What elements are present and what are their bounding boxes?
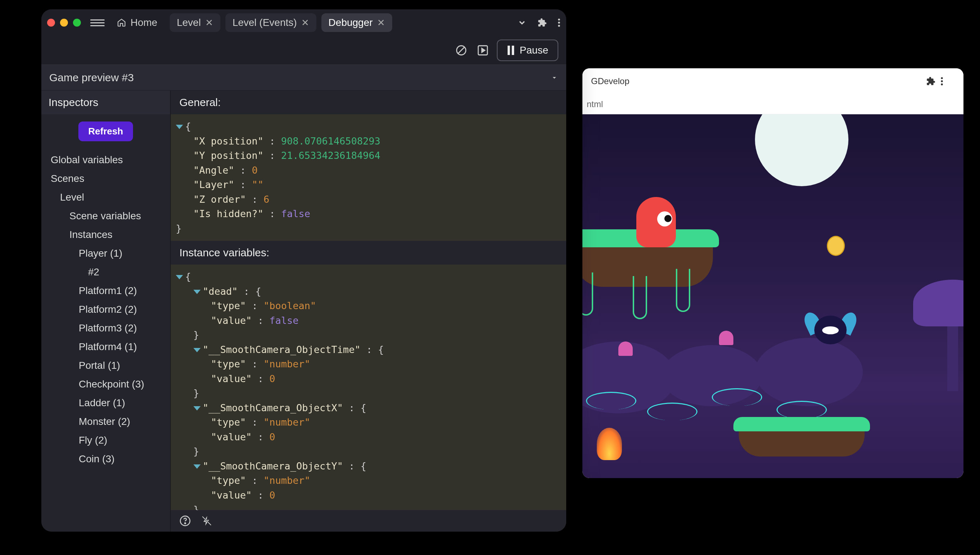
instance-vars-json[interactable]: { "dead" : { "type" : "boolean" "value" …	[171, 265, 566, 510]
tab-label: Level (Events)	[233, 17, 297, 28]
game-title: GDevelop	[591, 76, 926, 86]
detail-panel: General: { "X position" : 908.0706146508…	[171, 91, 566, 532]
tree-ladder[interactable]: Ladder (1)	[41, 394, 170, 412]
platform-sprite	[733, 417, 870, 460]
detail-footer	[171, 510, 566, 532]
svg-point-0	[941, 77, 943, 79]
svg-rect-10	[512, 46, 514, 55]
url-fragment: ntml	[587, 99, 603, 109]
tree-platform4[interactable]: Platform4 (1)	[41, 337, 170, 356]
more-icon[interactable]	[558, 18, 560, 27]
preview-selector[interactable]: Game preview #3	[41, 65, 566, 91]
editor-window: Home Level ✕ Level (Events) ✕ Debugger ✕	[41, 10, 566, 532]
tree-portal[interactable]: Portal (1)	[41, 356, 170, 375]
game-preview-window: GDevelop ntml	[582, 68, 964, 478]
pause-button[interactable]: Pause	[497, 40, 558, 61]
maximize-window-button[interactable]	[73, 19, 81, 27]
tree-monster[interactable]: Monster (2)	[41, 412, 170, 431]
chevron-down-icon	[550, 74, 558, 82]
svg-rect-9	[507, 46, 510, 55]
player-sprite	[636, 197, 676, 247]
extension-icon[interactable]	[537, 18, 547, 27]
tab-label: Debugger	[329, 17, 373, 28]
tab-debugger[interactable]: Debugger ✕	[321, 13, 392, 32]
close-icon[interactable]: ✕	[377, 17, 385, 28]
close-icon[interactable]: ✕	[205, 17, 213, 28]
tree-platform1[interactable]: Platform1 (2)	[41, 281, 170, 300]
close-window-button[interactable]	[47, 19, 55, 27]
game-canvas[interactable]	[582, 114, 964, 478]
svg-point-1	[941, 80, 943, 82]
svg-point-2	[941, 83, 943, 85]
tree-instance-number[interactable]: #2	[41, 263, 170, 281]
main-split: Inspectors Refresh Global variables Scen…	[41, 91, 566, 532]
tree-sprite	[913, 280, 964, 395]
tab-level[interactable]: Level ✕	[170, 13, 220, 32]
menu-button[interactable]	[90, 19, 104, 26]
svg-point-5	[558, 25, 560, 27]
coin-sprite	[827, 236, 845, 256]
disable-icon[interactable]	[454, 43, 469, 58]
fire-sprite	[597, 428, 622, 460]
chevron-down-icon[interactable]	[517, 18, 527, 27]
game-titlebar: GDevelop	[582, 68, 964, 94]
minimize-window-button[interactable]	[60, 19, 68, 27]
close-icon[interactable]: ✕	[301, 17, 309, 28]
refresh-button[interactable]: Refresh	[79, 122, 133, 141]
preview-label: Game preview #3	[49, 72, 134, 84]
inspector-tree[interactable]: Global variables Scenes Level Scene vari…	[41, 148, 170, 532]
help-icon[interactable]	[180, 515, 191, 527]
inspectors-panel: Inspectors Refresh Global variables Scen…	[41, 91, 171, 532]
tree-scene-variables[interactable]: Scene variables	[41, 207, 170, 225]
general-json[interactable]: { "X position" : 908.0706146508293 "Y po…	[171, 114, 566, 241]
home-icon	[117, 18, 126, 27]
svg-point-12	[185, 523, 186, 524]
more-icon[interactable]	[940, 77, 955, 86]
inspectors-header: Inspectors	[41, 91, 170, 114]
tree-instances[interactable]: Instances	[41, 225, 170, 244]
play-preview-icon[interactable]	[475, 43, 490, 58]
tab-level-events[interactable]: Level (Events) ✕	[225, 13, 316, 32]
instance-vars-header: Instance variables:	[171, 241, 566, 265]
pause-icon	[507, 46, 515, 55]
mushroom-sprite	[618, 342, 633, 356]
tree-fly[interactable]: Fly (2)	[41, 431, 170, 450]
general-header: General:	[171, 91, 566, 114]
tree-player[interactable]: Player (1)	[41, 244, 170, 263]
tree-coin[interactable]: Coin (3)	[41, 450, 170, 468]
tab-label: Home	[130, 17, 157, 28]
mushroom-sprite	[719, 331, 733, 345]
titlebar: Home Level ✕ Level (Events) ✕ Debugger ✕	[41, 10, 566, 36]
game-url-bar: ntml	[582, 94, 964, 114]
window-controls	[47, 19, 81, 27]
extension-icon[interactable]	[926, 77, 940, 86]
pause-label: Pause	[520, 45, 548, 56]
tree-checkpoint[interactable]: Checkpoint (3)	[41, 375, 170, 394]
moon-sprite	[755, 114, 848, 186]
tree-scenes[interactable]: Scenes	[41, 169, 170, 188]
svg-point-3	[558, 19, 560, 21]
tab-label: Level	[177, 17, 201, 28]
tree-platform3[interactable]: Platform3 (2)	[41, 319, 170, 337]
tree-global-variables[interactable]: Global variables	[41, 151, 170, 169]
tree-platform2[interactable]: Platform2 (2)	[41, 300, 170, 319]
svg-point-4	[558, 22, 560, 23]
debugger-toolbar: Pause	[41, 36, 566, 65]
svg-line-7	[458, 47, 464, 53]
tab-home[interactable]: Home	[110, 13, 165, 32]
flash-off-icon[interactable]	[201, 515, 212, 527]
fly-enemy-sprite	[809, 316, 852, 355]
tree-level[interactable]: Level	[41, 188, 170, 207]
